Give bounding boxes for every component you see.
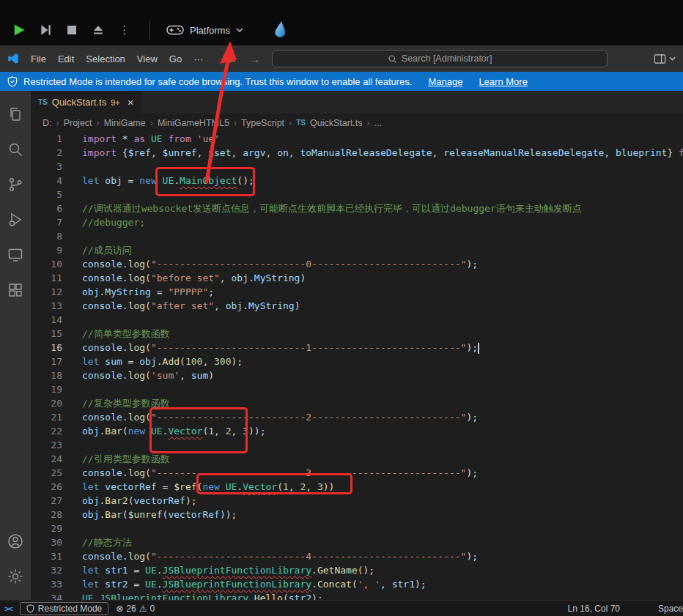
code-line[interactable]: 20//复杂类型参数函数	[31, 396, 683, 410]
more-options-button[interactable]: ⋮	[116, 21, 133, 39]
code-line[interactable]: 29	[31, 522, 683, 535]
back-arrow-button[interactable]: ←	[226, 53, 237, 65]
menu-view[interactable]: View	[131, 51, 163, 67]
search-input[interactable]: Search [Administrator]	[272, 50, 608, 67]
frame-skip-button[interactable]	[37, 21, 54, 39]
breadcrumb-item-file[interactable]: QuickStart.ts	[310, 118, 363, 128]
stop-button[interactable]	[63, 21, 81, 39]
sidebar-item-remote-explorer[interactable]	[0, 237, 31, 272]
code-line[interactable]: 26let vectorRef = $ref(new UE.Vector(1, …	[31, 480, 683, 494]
line-number: 20	[31, 396, 62, 410]
close-icon[interactable]: ×	[128, 96, 134, 108]
sidebar-item-explorer[interactable]	[0, 97, 31, 132]
code-line[interactable]: 16console.log("-------------------------…	[31, 341, 683, 355]
indentation-status[interactable]: Spaces	[658, 604, 683, 614]
code-line[interactable]: 10console.log("-------------------------…	[31, 257, 683, 271]
breadcrumb-item[interactable]: TypeScript	[241, 118, 284, 128]
code-line[interactable]: 31console.log("-------------------------…	[31, 549, 683, 563]
code-line[interactable]: 32let str1 = UE.JSBlueprintFunctionLibra…	[31, 563, 683, 577]
code-line[interactable]: 13console.log("after set", obj.MyString)	[31, 299, 683, 313]
breadcrumb-item[interactable]: Project	[64, 118, 92, 128]
platforms-dropdown[interactable]: Platforms	[166, 24, 243, 36]
line-content: obj.Bar($unref(vectorRef));	[82, 508, 237, 522]
code-line[interactable]: 9//成员访问	[31, 243, 683, 257]
code-editor[interactable]: 1import * as UE from 'ue'2import {$ref, …	[31, 132, 683, 600]
sidebar-item-extensions[interactable]	[0, 272, 31, 308]
line-content: let str2 = UE.JSBlueprintFunctionLibrary…	[82, 577, 427, 591]
manage-link[interactable]: Manage	[428, 76, 462, 87]
code-line[interactable]: 2import {$ref, $unref, $set, argv, on, t…	[31, 146, 683, 160]
sidebar-item-source-control[interactable]	[0, 167, 31, 202]
code-line[interactable]: 12obj.MyString = "PPPPP";	[31, 285, 683, 299]
learn-more-link[interactable]: Learn More	[479, 76, 527, 87]
eject-button[interactable]	[89, 21, 107, 39]
code-line[interactable]: 7//debugger;	[31, 215, 683, 229]
code-line[interactable]: 30//静态方法	[31, 535, 683, 549]
code-line[interactable]: 8	[31, 229, 683, 243]
menu-file[interactable]: File	[25, 51, 52, 67]
code-line[interactable]: 34UE.JSBlueprintFunctionLibrary.Hello(st…	[31, 591, 683, 600]
line-content: let vectorRef = $ref(new UE.Vector(1, 2,…	[82, 480, 334, 494]
code-line[interactable]: 28obj.Bar($unref(vectorRef));	[31, 508, 683, 522]
code-line[interactable]: 11console.log("before set", obj.MyString…	[31, 271, 683, 285]
line-number: 19	[31, 382, 62, 396]
puerts-droplet-button[interactable]	[271, 21, 289, 40]
breadcrumb-separator: ›	[367, 118, 370, 128]
code-line[interactable]: 17let sum = obj.Add(100, 300);	[31, 355, 683, 368]
skip-icon	[39, 23, 52, 37]
line-content: //成员访问	[82, 243, 132, 257]
code-line[interactable]: 21console.log("-------------------------…	[31, 410, 683, 424]
code-lines: 1import * as UE from 'ue'2import {$ref, …	[31, 132, 683, 600]
code-line[interactable]: 24//引用类型参数函数	[31, 452, 683, 466]
code-line[interactable]: 19	[31, 382, 683, 396]
code-line[interactable]: 14	[31, 313, 683, 327]
code-line[interactable]: 15//简单类型参数函数	[31, 327, 683, 341]
sidebar-item-run-debug[interactable]	[0, 202, 31, 237]
line-content: let obj = new UE.MainObject();	[82, 174, 254, 188]
breadcrumb-separator: ›	[56, 118, 59, 128]
account-button[interactable]	[0, 524, 31, 559]
customize-layout-button[interactable]	[654, 53, 676, 64]
account-icon	[7, 532, 24, 550]
problems-status[interactable]: ⊗ 26 ⚠ 0	[116, 604, 155, 614]
breadcrumb-item[interactable]: MiniGameHTML5	[158, 118, 229, 128]
code-line[interactable]: 1import * as UE from 'ue'	[31, 132, 683, 146]
breadcrumb-item[interactable]: MiniGame	[104, 118, 146, 128]
line-number: 26	[31, 480, 62, 494]
code-line[interactable]: 3	[31, 160, 683, 174]
line-content: UE.JSBlueprintFunctionLibrary.Hello(str2…	[82, 591, 323, 600]
code-line[interactable]: 33let str2 = UE.JSBlueprintFunctionLibra…	[31, 577, 683, 591]
code-line[interactable]: 22obj.Bar(new UE.Vector(1, 2, 3));	[31, 424, 683, 438]
forward-arrow-button[interactable]: →	[249, 53, 260, 65]
sidebar-item-search[interactable]	[0, 132, 31, 167]
settings-button[interactable]	[0, 559, 31, 594]
line-content: console.log("--------------------------1…	[82, 341, 479, 355]
line-number: 15	[31, 327, 62, 341]
line-number: 12	[31, 285, 62, 299]
code-line[interactable]: 27obj.Bar2(vectorRef);	[31, 494, 683, 508]
statusbar-right: Ln 16, Col 70 Spaces	[568, 604, 683, 614]
code-line[interactable]: 18console.log('sum', sum)	[31, 368, 683, 382]
code-line[interactable]: 6//调试器通过websocket发送断点信息，可能断点生效前脚本已经执行完毕，…	[31, 201, 683, 215]
text-cursor	[478, 343, 479, 354]
remote-indicator[interactable]: ><	[4, 604, 12, 613]
cursor-position-status[interactable]: Ln 16, Col 70	[568, 604, 620, 614]
line-content: console.log('sum', sum)	[82, 368, 214, 382]
code-line[interactable]: 23	[31, 438, 683, 452]
play-button[interactable]	[10, 21, 28, 39]
menu-go[interactable]: Go	[163, 51, 188, 67]
restricted-mode-status[interactable]: Restricted Mode	[20, 602, 108, 615]
stop-icon	[66, 24, 78, 36]
line-number: 6	[31, 201, 62, 215]
breadcrumb-item[interactable]: D:	[43, 118, 52, 128]
line-number: 3	[31, 160, 62, 174]
code-line[interactable]: 4let obj = new UE.MainObject();	[31, 174, 683, 188]
tab-problems-badge: 9+	[111, 98, 120, 107]
breadcrumb-item[interactable]: ...	[374, 118, 382, 128]
code-line[interactable]: 25console.log("-------------------------…	[31, 466, 683, 480]
menu-edit[interactable]: Edit	[52, 51, 80, 67]
menu-selection[interactable]: Selection	[80, 51, 130, 67]
menu-more[interactable]: ···	[188, 51, 209, 67]
code-line[interactable]: 5	[31, 188, 683, 201]
tab-quickstart[interactable]: TS QuickStart.ts 9+ ×	[31, 91, 141, 114]
